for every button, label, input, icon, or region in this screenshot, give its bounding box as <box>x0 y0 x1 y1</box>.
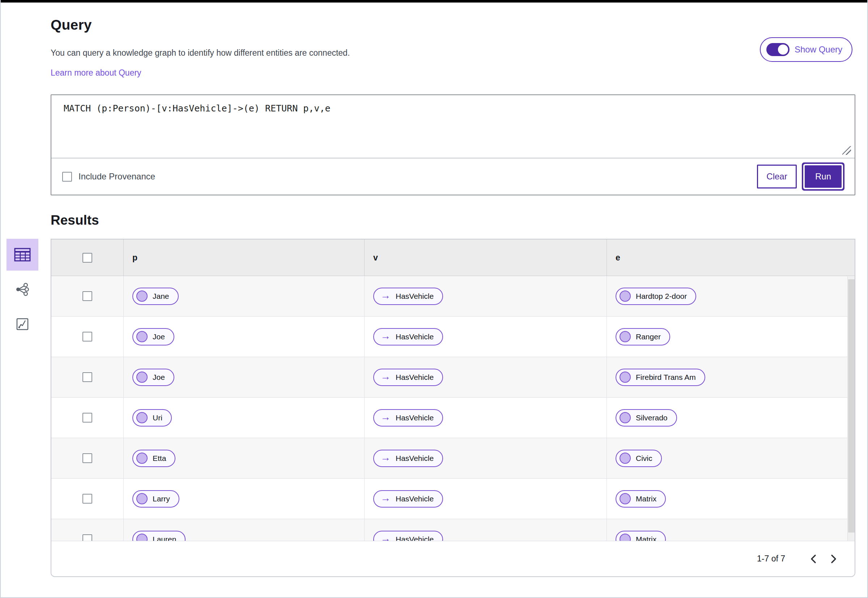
show-query-toggle[interactable]: Show Query <box>760 37 852 62</box>
row-checkbox[interactable] <box>82 332 92 341</box>
pill-label: HasVehicle <box>396 373 434 382</box>
row-cell-select <box>51 438 123 478</box>
resize-handle-icon[interactable] <box>842 146 851 155</box>
row-checkbox[interactable] <box>82 494 92 504</box>
row-checkbox[interactable] <box>82 413 92 423</box>
edge-arrow-icon: → <box>381 534 391 541</box>
learn-more-link[interactable]: Learn more about Query <box>51 68 141 78</box>
pill-label: Lauren <box>152 535 176 541</box>
row-cell-v: → HasVehicle <box>364 438 607 478</box>
edge-pill[interactable]: → HasVehicle <box>373 369 443 386</box>
row-cell-e: Ranger <box>607 317 855 357</box>
expand-view-icon <box>15 317 30 331</box>
pill-label: Hardtop 2-door <box>636 292 687 300</box>
header-cell-v: v <box>364 239 607 276</box>
row-cell-p: Lauren <box>123 519 364 541</box>
results-table-header: p v e <box>51 239 855 276</box>
table-row: Uri → HasVehicle Silverado <box>51 398 855 438</box>
e-node-pill[interactable]: Civic <box>616 450 662 467</box>
e-node-pill[interactable]: Matrix <box>616 531 666 541</box>
pill-label: HasVehicle <box>396 495 434 503</box>
row-cell-v: → HasVehicle <box>364 276 607 316</box>
table-row: Etta → HasVehicle Civic <box>51 438 855 478</box>
results-table-body: Jane → HasVehicle Hardtop 2-door Joe <box>51 276 855 541</box>
e-node-pill[interactable]: Hardtop 2-door <box>616 288 696 305</box>
edge-pill[interactable]: → HasVehicle <box>373 450 443 467</box>
node-circle-icon <box>136 453 148 464</box>
query-textarea[interactable]: MATCH (p:Person)-[v:HasVehicle]->(e) RET… <box>51 95 855 158</box>
e-node-pill[interactable]: Ranger <box>616 328 670 345</box>
pill-label: Larry <box>152 495 170 503</box>
node-circle-icon <box>136 290 148 302</box>
row-cell-select <box>51 317 123 357</box>
row-checkbox[interactable] <box>82 291 92 301</box>
pill-label: Etta <box>152 454 166 463</box>
node-circle-icon <box>620 493 631 504</box>
row-cell-e: Civic <box>607 438 855 478</box>
edge-pill[interactable]: → HasVehicle <box>373 409 443 426</box>
e-node-pill[interactable]: Matrix <box>616 490 666 508</box>
edge-pill[interactable]: → HasVehicle <box>373 328 443 345</box>
query-editor-panel: MATCH (p:Person)-[v:HasVehicle]->(e) RET… <box>51 94 855 195</box>
expand-view-button[interactable] <box>6 308 38 340</box>
row-checkbox[interactable] <box>82 453 92 463</box>
clear-button[interactable]: Clear <box>757 164 797 188</box>
row-cell-e: Matrix <box>607 519 855 541</box>
include-provenance-checkbox[interactable] <box>62 172 72 182</box>
pill-label: Firebird Trans Am <box>636 373 696 382</box>
row-checkbox[interactable] <box>82 534 92 541</box>
chevron-right-icon <box>831 554 837 564</box>
node-circle-icon <box>136 372 148 383</box>
query-header: Query You can query a knowledge graph to… <box>51 3 855 78</box>
graph-view-button[interactable] <box>6 274 38 305</box>
p-node-pill[interactable]: Etta <box>132 450 175 467</box>
table-view-icon <box>14 247 31 262</box>
query-text: MATCH (p:Person)-[v:HasVehicle]->(e) RET… <box>64 103 842 114</box>
pill-label: HasVehicle <box>396 535 434 541</box>
p-node-pill[interactable]: Lauren <box>132 531 185 541</box>
edge-arrow-icon: → <box>381 412 391 422</box>
previous-page-button[interactable] <box>803 549 823 569</box>
e-node-pill[interactable]: Firebird Trans Am <box>616 369 705 386</box>
pill-label: HasVehicle <box>396 332 434 341</box>
row-cell-v: → HasVehicle <box>364 357 607 397</box>
row-cell-p: Joe <box>123 317 364 357</box>
pill-label: Matrix <box>636 495 656 503</box>
pill-label: Uri <box>152 414 162 422</box>
scrollbar-thumb[interactable] <box>848 279 855 532</box>
p-node-pill[interactable]: Uri <box>132 409 172 426</box>
node-circle-icon <box>620 534 631 541</box>
node-circle-icon <box>136 331 148 342</box>
edge-arrow-icon: → <box>381 453 391 463</box>
edge-pill[interactable]: → HasVehicle <box>373 490 443 508</box>
p-node-pill[interactable]: Joe <box>132 328 174 345</box>
next-page-button[interactable] <box>823 549 844 569</box>
p-node-pill[interactable]: Larry <box>132 490 179 508</box>
page-title: Query <box>51 17 855 33</box>
edge-pill[interactable]: → HasVehicle <box>373 531 443 541</box>
row-cell-e: Firebird Trans Am <box>607 357 855 397</box>
select-all-checkbox[interactable] <box>82 253 92 263</box>
p-node-pill[interactable]: Joe <box>132 369 174 386</box>
edge-pill[interactable]: → HasVehicle <box>373 288 443 305</box>
vertical-scrollbar <box>847 277 855 541</box>
table-view-button[interactable] <box>6 239 38 271</box>
table-row: Lauren → HasVehicle Matrix <box>51 519 855 541</box>
results-table-card: p v e Jane → HasVehicle <box>51 239 855 577</box>
node-circle-icon <box>136 493 148 504</box>
toggle-switch[interactable] <box>766 43 790 56</box>
page-description: You can query a knowledge graph to ident… <box>51 48 855 58</box>
node-circle-icon <box>136 412 148 423</box>
row-checkbox[interactable] <box>82 372 92 382</box>
row-cell-v: → HasVehicle <box>364 317 607 357</box>
p-node-pill[interactable]: Jane <box>132 288 179 305</box>
pill-label: Joe <box>152 373 165 382</box>
results-region: p v e Jane → HasVehicle <box>51 239 855 577</box>
e-node-pill[interactable]: Silverado <box>616 409 677 426</box>
edge-arrow-icon: → <box>381 331 391 341</box>
run-button[interactable]: Run <box>805 165 842 188</box>
row-cell-v: → HasVehicle <box>364 398 607 438</box>
pill-label: Matrix <box>636 535 656 541</box>
header-cell-e: e <box>607 239 855 276</box>
edge-arrow-icon: → <box>381 290 391 300</box>
